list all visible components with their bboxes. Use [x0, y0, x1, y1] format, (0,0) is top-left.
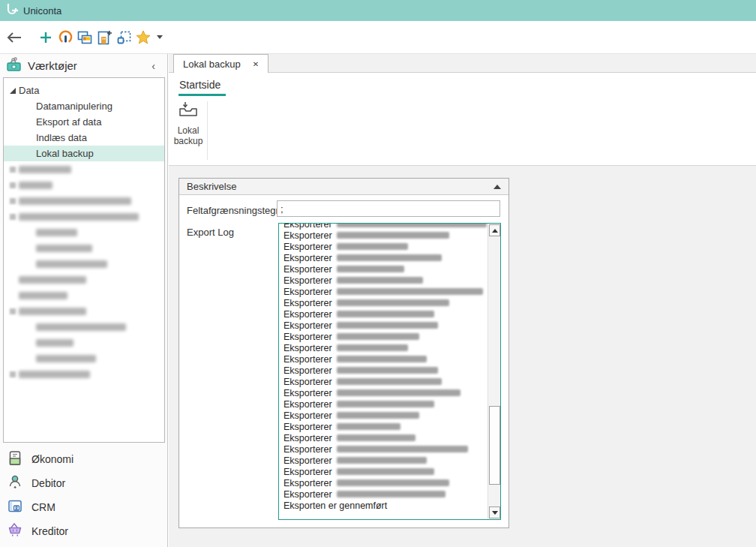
log-line: Eksporterer	[284, 398, 488, 410]
redacted-label	[19, 308, 86, 315]
nav-item-kreditor[interactable]: Kreditor	[0, 519, 167, 543]
redacted-filename	[337, 491, 446, 497]
tab-bar: Lokal backup ✕	[169, 54, 756, 73]
redacted-filename	[337, 243, 408, 250]
log-line: Eksporterer	[284, 477, 488, 488]
expand-icon[interactable]	[10, 182, 16, 188]
tree-node-redacted[interactable]	[4, 224, 164, 240]
main-toolbar	[0, 21, 756, 54]
sidebar: Værktøjer ‹ Data Datamanipulering Ekspor…	[0, 54, 168, 547]
log-line: Eksporterer	[284, 488, 488, 500]
log-line: Eksporterer	[284, 466, 488, 477]
tools-tree: Data Datamanipulering Eksport af data In…	[3, 77, 165, 443]
log-line: Eksporterer	[284, 376, 488, 387]
redacted-filename	[337, 232, 449, 239]
redacted-filename	[337, 479, 449, 486]
toolbox-icon	[6, 57, 22, 75]
favorites-dropdown-icon[interactable]	[153, 26, 166, 49]
redacted-filename	[337, 356, 427, 362]
log-line: Eksporterer	[284, 263, 488, 275]
person-icon	[8, 474, 22, 493]
log-line: Eksporterer	[284, 224, 488, 230]
tree-node-redacted[interactable]	[4, 287, 164, 303]
log-line: Eksporterer	[284, 297, 488, 308]
collapse-panel-icon[interactable]	[494, 185, 501, 189]
sidebar-title: Værktøjer	[28, 59, 152, 72]
tree-node[interactable]: Eksport af data	[4, 114, 164, 130]
export-log-content: EksportererEksportererEksportererEksport…	[279, 224, 488, 519]
expand-icon[interactable]	[10, 308, 16, 314]
expand-icon[interactable]	[10, 198, 16, 204]
log-line: Eksporterer	[284, 252, 488, 263]
log-line: Eksporterer	[284, 342, 488, 353]
tree-node-redacted[interactable]	[4, 209, 164, 224]
log-line: Eksporterer	[284, 286, 488, 297]
redacted-label	[19, 182, 52, 189]
back-icon[interactable]	[2, 26, 27, 49]
scroll-down-icon[interactable]	[489, 506, 500, 518]
tree-node-redacted[interactable]	[4, 319, 164, 335]
dashboard-icon[interactable]	[56, 26, 75, 49]
companies-icon[interactable]	[75, 26, 94, 49]
tree-node-redacted[interactable]	[4, 366, 164, 382]
export-log-label: Export Log	[187, 227, 234, 238]
tree-node-redacted[interactable]	[4, 240, 164, 256]
expand-icon[interactable]	[10, 167, 16, 173]
tree-node-redacted[interactable]	[4, 350, 164, 366]
redacted-label	[19, 213, 139, 221]
redacted-label	[36, 339, 74, 347]
log-line: Eksporterer	[284, 331, 488, 342]
tree-node-selected[interactable]: Lokal backup	[4, 146, 164, 161]
tree-node-redacted[interactable]	[4, 272, 164, 287]
redacted-filename	[337, 266, 404, 272]
lokal-backup-button[interactable]: Lokal backup	[170, 101, 206, 146]
log-line: Eksporterer	[284, 308, 488, 320]
redacted-label	[19, 276, 86, 284]
tree-node-data[interactable]: Data	[4, 83, 164, 98]
redacted-filename	[337, 322, 438, 329]
tree-node[interactable]: Datamanipulering	[4, 98, 164, 114]
redacted-label	[19, 292, 68, 299]
nav-item-debitor[interactable]: Debitor	[0, 471, 167, 495]
favorites-icon[interactable]	[134, 26, 153, 49]
nav-item-okonomi[interactable]: Økonomi	[0, 447, 167, 471]
redacted-filename	[337, 288, 483, 295]
log-line: Eksporterer	[284, 241, 488, 252]
scroll-thumb[interactable]	[489, 406, 500, 485]
tab-close-icon[interactable]: ✕	[253, 60, 259, 68]
delimiter-input[interactable]	[277, 200, 500, 217]
expand-icon[interactable]	[10, 371, 16, 377]
tree-node-redacted[interactable]	[4, 177, 164, 193]
tab-lokal-backup[interactable]: Lokal backup ✕	[173, 54, 268, 73]
log-line: Eksporterer	[284, 320, 488, 331]
panel-header[interactable]: Beskrivelse	[179, 179, 508, 195]
redacted-label	[36, 323, 126, 331]
redacted-filename	[337, 401, 434, 407]
tree-node-redacted[interactable]	[4, 303, 164, 319]
tree-node-redacted[interactable]	[4, 256, 164, 272]
nav-item-crm[interactable]: CRM	[0, 495, 167, 519]
redacted-label	[36, 355, 96, 362]
redacted-filename	[337, 423, 400, 430]
tree-node-redacted[interactable]	[4, 161, 164, 177]
log-line: Eksporterer	[284, 421, 488, 432]
expand-icon[interactable]	[10, 88, 16, 94]
export-log-box[interactable]: EksportererEksportererEksportererEksport…	[278, 223, 501, 520]
log-scrollbar[interactable]	[488, 224, 500, 519]
expand-icon[interactable]	[10, 214, 16, 220]
sidebar-collapse-icon[interactable]: ‹	[152, 60, 161, 72]
tree-node-redacted[interactable]	[4, 193, 164, 209]
tree-node-redacted[interactable]	[4, 335, 164, 350]
log-line: Eksporterer	[284, 230, 488, 241]
log-final-line: Eksporten er gennemført	[284, 500, 488, 511]
redacted-filename	[337, 434, 416, 441]
redacted-filename	[337, 446, 468, 452]
ribbon-tab-startside[interactable]: Startside	[179, 79, 220, 91]
select-icon[interactable]	[114, 26, 134, 49]
tree-node[interactable]: Indlæs data	[4, 130, 164, 146]
scroll-up-icon[interactable]	[489, 224, 500, 236]
add-icon[interactable]	[36, 26, 56, 49]
log-line: Eksporterer	[284, 455, 488, 466]
log-line: Eksporterer	[284, 275, 488, 286]
new-company-icon[interactable]	[94, 26, 114, 49]
